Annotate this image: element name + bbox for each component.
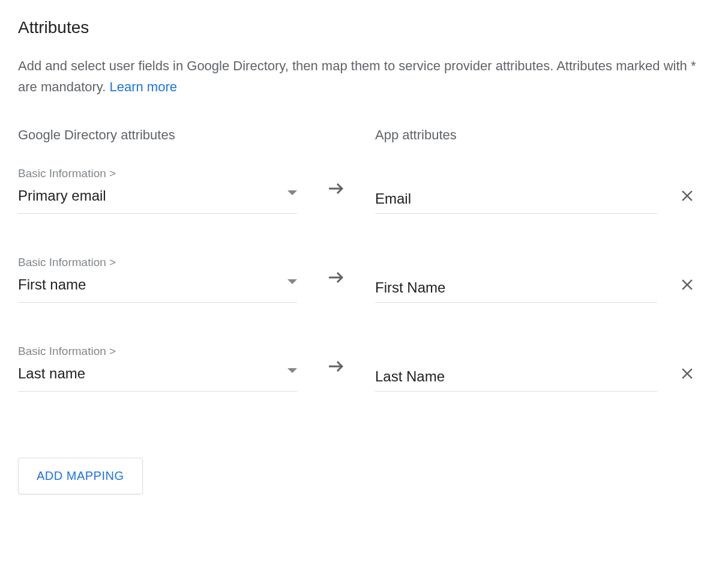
directory-attribute-select[interactable]: Basic Information > Last name: [18, 345, 297, 392]
app-attribute-input[interactable]: [375, 186, 657, 214]
select-category-label: Basic Information >: [18, 345, 297, 358]
directory-attribute-select[interactable]: Basic Information > First name: [18, 256, 297, 303]
remove-mapping-button[interactable]: [678, 276, 696, 296]
close-icon: [678, 276, 696, 296]
mapping-row: Basic Information > Last name: [18, 345, 710, 392]
section-title: Attributes: [18, 18, 710, 37]
close-icon: [678, 187, 696, 207]
close-icon: [678, 365, 696, 384]
select-category-label: Basic Information >: [18, 256, 297, 269]
section-description: Add and select user fields in Google Dir…: [18, 55, 708, 97]
select-value: Last name: [18, 365, 85, 382]
dropdown-caret-icon: [287, 279, 297, 284]
column-header-app: App attributes: [375, 127, 457, 143]
arrow-icon: [297, 178, 375, 214]
remove-mapping-button[interactable]: [678, 365, 696, 384]
mapping-row: Basic Information > Primary email: [18, 167, 710, 214]
select-value: First name: [18, 276, 86, 293]
mapping-row: Basic Information > First name: [18, 256, 710, 303]
app-attribute-input[interactable]: [375, 274, 657, 303]
dropdown-caret-icon: [287, 190, 297, 195]
dropdown-caret-icon: [287, 368, 297, 373]
column-header-directory: Google Directory attributes: [18, 127, 375, 143]
app-attribute-input[interactable]: [375, 363, 657, 392]
remove-mapping-button[interactable]: [678, 187, 696, 207]
columns-header: Google Directory attributes App attribut…: [18, 127, 710, 143]
select-category-label: Basic Information >: [18, 167, 297, 180]
learn-more-link[interactable]: Learn more: [109, 79, 177, 94]
arrow-icon: [297, 356, 375, 392]
arrow-icon: [297, 267, 375, 303]
select-value: Primary email: [18, 187, 106, 204]
add-mapping-button[interactable]: ADD MAPPING: [18, 458, 143, 494]
directory-attribute-select[interactable]: Basic Information > Primary email: [18, 167, 297, 214]
